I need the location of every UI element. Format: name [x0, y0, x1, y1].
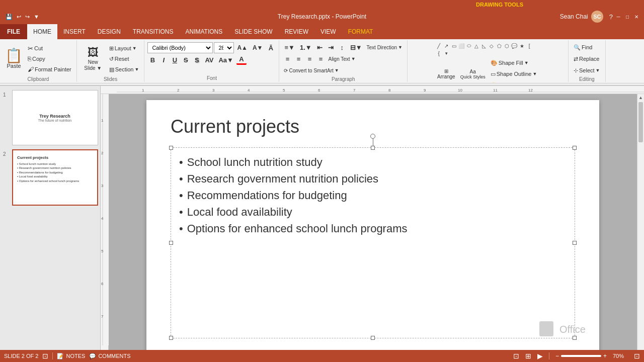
sel-handle-bm[interactable] — [371, 336, 375, 340]
sel-handle-tl[interactable] — [169, 146, 173, 150]
align-text-button[interactable]: Align Text ▼ — [327, 54, 357, 64]
convert-smartart-button[interactable]: ⟳ Convert to SmartArt ▼ — [282, 65, 340, 75]
shape-line[interactable]: ╱ — [435, 42, 442, 49]
sel-handle-mr[interactable] — [573, 241, 577, 245]
layout-button[interactable]: ⊞ Layout ▼ — [107, 43, 141, 53]
copy-button[interactable]: ⎘ Copy — [26, 54, 73, 64]
shape-pentagon[interactable]: ⬠ — [496, 42, 503, 49]
zoom-slider-container[interactable]: − + — [555, 352, 607, 359]
shape-hexagon[interactable]: ⬡ — [503, 42, 510, 49]
tab-file[interactable]: FILE — [0, 24, 27, 39]
tab-animations[interactable]: ANIMATIONS — [179, 24, 228, 39]
decrease-font-button[interactable]: A▼ — [251, 43, 265, 53]
shape-rt-triangle[interactable]: ◺ — [480, 42, 488, 49]
shape-diamond[interactable]: ◇ — [488, 42, 495, 49]
maximize-button[interactable]: □ — [624, 13, 631, 20]
slide-1-thumb[interactable]: Trey Research The future of nutrition — [12, 90, 98, 145]
slide-thumbnail-2[interactable]: 2 Current projects • School lunch nutrit… — [12, 149, 98, 206]
rotate-handle[interactable] — [370, 134, 375, 139]
fit-slide-button[interactable]: ⊡ — [42, 352, 48, 360]
shape-rect[interactable]: ▭ — [450, 42, 457, 49]
reset-button[interactable]: ↺ Reset — [107, 54, 141, 64]
shape-effects-button[interactable]: ✨ Shape Effects ▼ — [489, 80, 540, 83]
bullets-button[interactable]: ≡▼ — [282, 42, 296, 52]
change-case-button[interactable]: Aa▼ — [216, 55, 235, 65]
paste-button[interactable]: 📋 Paste — [3, 42, 25, 75]
replace-button[interactable]: ⇄ Replace — [572, 54, 601, 64]
character-spacing-button[interactable]: AV — [203, 55, 215, 65]
clear-format-button[interactable]: Ā — [266, 43, 276, 53]
fit-page-btn[interactable]: ⊡ — [634, 352, 640, 360]
sel-handle-ml[interactable] — [169, 241, 173, 245]
align-center-button[interactable]: ≡ — [293, 54, 303, 64]
find-button[interactable]: 🔍 Find — [572, 42, 594, 52]
shape-star[interactable]: ★ — [518, 42, 525, 49]
view-reading-btn[interactable]: ▶ — [537, 352, 543, 360]
view-normal-btn[interactable]: ⊡ — [513, 352, 519, 360]
tab-home[interactable]: HOME — [27, 24, 57, 39]
shape-outline-button[interactable]: ▭ Shape Outline ▼ — [489, 69, 540, 79]
underline-button[interactable]: U — [170, 55, 180, 65]
zoom-out-btn[interactable]: − — [555, 352, 559, 359]
columns-button[interactable]: ⊟▼ — [348, 42, 364, 52]
tab-transitions[interactable]: TRANSITIONS — [127, 24, 180, 39]
tab-design[interactable]: DESIGN — [92, 24, 127, 39]
sel-handle-tm[interactable] — [371, 146, 375, 150]
tab-view[interactable]: VIEW — [314, 24, 342, 39]
increase-indent-button[interactable]: ⇥ — [326, 42, 336, 52]
bold-button[interactable]: B — [147, 55, 157, 65]
tab-insert[interactable]: INSERT — [57, 24, 92, 39]
scroll-up-btn[interactable]: ▲ — [637, 94, 644, 101]
slide-canvas[interactable]: Current projects — [146, 100, 599, 354]
quick-styles-button[interactable]: Aa Quick Styles — [458, 64, 488, 83]
sel-handle-bl[interactable] — [169, 336, 173, 340]
scroll-thumb[interactable] — [638, 102, 643, 142]
shape-brace[interactable]: { — [435, 50, 442, 57]
shape-more[interactable]: ▼ — [443, 50, 450, 57]
shape-oval[interactable]: ⬭ — [465, 42, 472, 49]
customize-qat-icon[interactable]: ▼ — [32, 13, 41, 21]
align-right-button[interactable]: ≡ — [304, 54, 314, 64]
section-button[interactable]: ▤ Section ▼ — [107, 64, 141, 74]
increase-font-button[interactable]: A▲ — [235, 43, 250, 53]
close-button[interactable]: ✕ — [633, 13, 640, 20]
new-slide-button[interactable]: 🖼 NewSlide ▼ — [80, 42, 106, 75]
zoom-level[interactable]: 70% — [613, 353, 628, 359]
tab-format[interactable]: FORMAT — [342, 24, 379, 39]
arrange-button[interactable]: ⊞ Arrange — [435, 64, 457, 83]
zoom-in-btn[interactable]: + — [603, 352, 607, 359]
shape-arrow[interactable]: ↗ — [443, 42, 450, 49]
tab-slideshow[interactable]: SLIDE SHOW — [228, 24, 278, 39]
align-left-button[interactable]: ≡ — [282, 54, 292, 64]
notes-button[interactable]: 📝 NOTES — [57, 353, 85, 359]
numbering-button[interactable]: 1.▼ — [298, 42, 314, 52]
avatar[interactable]: SC — [591, 11, 603, 23]
comments-button[interactable]: 💬 COMMENTS — [89, 353, 130, 359]
font-color-button[interactable]: A — [236, 55, 247, 65]
select-button[interactable]: ⊹ Select ▼ — [572, 65, 602, 75]
decrease-indent-button[interactable]: ⇤ — [315, 42, 325, 52]
slide-thumbnail-1[interactable]: 1 Trey Research The future of nutrition — [12, 90, 98, 145]
zoom-slider[interactable] — [561, 355, 601, 357]
slide-content-box[interactable]: • School lunch nutrition study • Researc… — [171, 147, 575, 338]
minimize-button[interactable]: ─ — [615, 13, 622, 20]
font-family-select[interactable]: Calibri (Body) — [147, 42, 213, 53]
italic-button[interactable]: I — [158, 55, 169, 65]
line-spacing-button[interactable]: ↕ — [337, 42, 347, 52]
redo-icon[interactable]: ↪ — [24, 13, 31, 21]
tab-review[interactable]: REVIEW — [279, 24, 314, 39]
view-sorter-btn[interactable]: ⊞ — [525, 352, 531, 360]
save-icon[interactable]: 💾 — [4, 13, 14, 21]
shape-callout[interactable]: 💬 — [511, 42, 518, 49]
format-painter-button[interactable]: 🖌 Format Painter — [26, 64, 73, 74]
text-shadow-button[interactable]: S — [192, 55, 202, 65]
text-direction-button[interactable]: Text Direction ▼ — [365, 42, 405, 52]
justify-button[interactable]: ≡ — [315, 54, 326, 64]
shape-rounded-rect[interactable]: ⬜ — [458, 42, 465, 49]
help-button[interactable]: ? — [609, 13, 613, 21]
cut-button[interactable]: ✂ Cut — [26, 43, 73, 53]
sel-handle-tr[interactable] — [573, 146, 577, 150]
undo-icon[interactable]: ↩ — [15, 13, 23, 21]
font-size-select[interactable]: 28 — [214, 42, 234, 53]
shape-triangle[interactable]: △ — [473, 42, 480, 49]
